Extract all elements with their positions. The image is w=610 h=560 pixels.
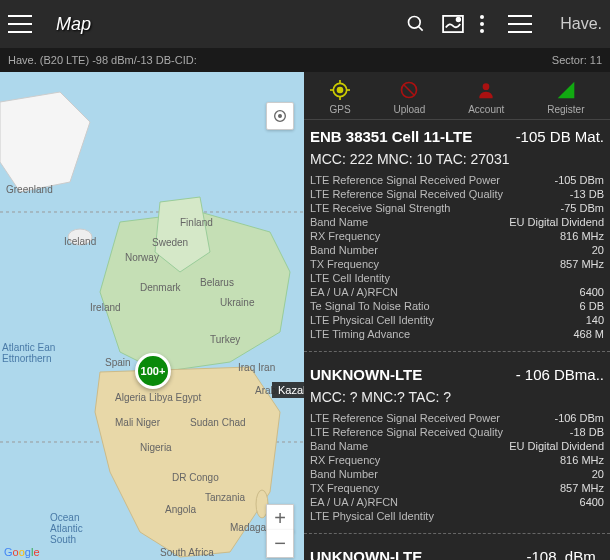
metric-row: Te Signal To Noise Ratio6 DB	[310, 299, 604, 313]
svg-point-7	[68, 229, 92, 245]
metric-value: EU Digital Dividend	[509, 216, 604, 228]
metric-row: LTE Physical Cell Identity	[310, 509, 604, 523]
cell-block: ENB 38351 Cell 11-LTE-105 DB Mat.MCC: 22…	[304, 120, 610, 345]
metric-value: 816 MHz	[560, 230, 604, 242]
metric-key: LTE Cell Identity	[310, 272, 390, 284]
metric-key: EA / UA / A)RFCN	[310, 496, 398, 508]
metric-key: Band Number	[310, 244, 378, 256]
metric-key: LTE Physical Cell Identity	[310, 314, 434, 326]
metric-row: LTE Reference Signal Received Power-106 …	[310, 411, 604, 425]
metric-key: Band Name	[310, 216, 368, 228]
metric-row: Band Number20	[310, 467, 604, 481]
divider	[304, 351, 610, 352]
tab-account[interactable]: Account	[468, 80, 504, 115]
metric-row: LTE Reference Signal Received Quality-13…	[310, 187, 604, 201]
metric-value: 857 MHz	[560, 482, 604, 494]
upload-icon	[399, 80, 419, 100]
metric-value: -13 DB	[570, 188, 604, 200]
metric-row: EA / UA / A)RFCN6400	[310, 285, 604, 299]
right-title: Have.	[560, 15, 602, 33]
cell-title: UNKNOWN-LTE	[310, 366, 422, 383]
metric-value: 816 MHz	[560, 454, 604, 466]
metric-key: TX Frequency	[310, 258, 379, 270]
menu-icon[interactable]	[8, 15, 32, 33]
metric-value: 6 DB	[580, 300, 604, 312]
top-bar: Map Have.	[0, 0, 610, 48]
tab-label: Upload	[394, 104, 426, 115]
cell-subtitle: MCC: 222 MNC: 10 TAC: 27031	[310, 149, 604, 173]
zoom-in-button[interactable]: +	[266, 504, 294, 532]
metric-row: RX Frequency816 MHz	[310, 229, 604, 243]
metric-value: 6400	[580, 286, 604, 298]
metric-key: RX Frequency	[310, 454, 380, 466]
tab-row: GPS Upload Account Register	[304, 72, 610, 120]
cluster-marker[interactable]: 100+	[135, 353, 171, 389]
cell-dbm: -108. dBm..	[526, 548, 604, 560]
metric-row: Band Number20	[310, 243, 604, 257]
metric-value: -106 DBm	[554, 412, 604, 424]
map-view[interactable]: Greenland Iceland Finland Sweden Norway …	[0, 72, 304, 560]
account-icon	[476, 80, 496, 100]
metric-key: LTE Physical Cell Identity	[310, 510, 434, 522]
map-tooltip: Kazakhs	[272, 382, 304, 398]
tab-register[interactable]: Register	[547, 80, 584, 115]
divider	[304, 533, 610, 534]
metric-row: LTE Timing Advance468 M	[310, 327, 604, 341]
metric-key: TX Frequency	[310, 482, 379, 494]
svg-point-3	[457, 18, 461, 22]
svg-point-12	[338, 88, 343, 93]
svg-point-10	[279, 115, 282, 118]
metric-row: LTE Reference Signal Received Quality-18…	[310, 425, 604, 439]
cell-dbm: - 106 DBma..	[516, 366, 604, 383]
info-pane: GPS Upload Account Register ENB 38351 Ce…	[304, 72, 610, 560]
metric-row: LTE Physical Cell Identity140	[310, 313, 604, 327]
metric-key: LTE Reference Signal Received Quality	[310, 188, 503, 200]
tab-label: Account	[468, 104, 504, 115]
cell-block: UNKNOWN-LTE-108. dBm..	[304, 540, 610, 560]
metric-value: 857 MHz	[560, 258, 604, 270]
svg-point-19	[483, 83, 490, 90]
metric-key: LTE Reference Signal Received Power	[310, 174, 500, 186]
metric-key: Band Number	[310, 468, 378, 480]
metric-value: 20	[592, 244, 604, 256]
metric-key: LTE Reference Signal Received Power	[310, 412, 500, 424]
signal-icon	[556, 80, 576, 100]
metric-key: LTE Reference Signal Received Quality	[310, 426, 503, 438]
google-logo: Google	[4, 546, 40, 558]
more-icon[interactable]	[480, 15, 484, 33]
metric-row: RX Frequency816 MHz	[310, 453, 604, 467]
right-menu-icon[interactable]	[508, 15, 532, 33]
metric-value: 140	[586, 314, 604, 326]
metric-row: Band NameEU Digital Dividend	[310, 439, 604, 453]
status-left: Have. (B20 LTE) -98 dBm/-13 DB-CID:	[8, 54, 197, 66]
status-bar: Have. (B20 LTE) -98 dBm/-13 DB-CID: Sect…	[0, 48, 610, 72]
metric-row: EA / UA / A)RFCN6400	[310, 495, 604, 509]
status-right: Sector: 11	[552, 54, 602, 66]
metric-row: TX Frequency857 MHz	[310, 257, 604, 271]
layers-icon[interactable]	[442, 15, 464, 33]
cell-title: UNKNOWN-LTE	[310, 548, 422, 560]
metric-row: LTE Reference Signal Received Power-105 …	[310, 173, 604, 187]
metric-row: LTE Receive Signal Strength-75 DBm	[310, 201, 604, 215]
tab-gps[interactable]: GPS	[329, 80, 350, 115]
metric-row: LTE Cell Identity	[310, 271, 604, 285]
map-svg	[0, 72, 304, 560]
metric-row: TX Frequency857 MHz	[310, 481, 604, 495]
svg-line-18	[404, 85, 414, 95]
tab-upload[interactable]: Upload	[394, 80, 426, 115]
metric-key: EA / UA / A)RFCN	[310, 286, 398, 298]
metric-value: 20	[592, 468, 604, 480]
metric-key: LTE Receive Signal Strength	[310, 202, 450, 214]
app-title: Map	[56, 14, 91, 35]
cell-title: ENB 38351 Cell 11-LTE	[310, 128, 472, 145]
svg-line-1	[419, 27, 423, 31]
search-icon[interactable]	[406, 14, 426, 34]
metric-value: -105 DBm	[554, 174, 604, 186]
metric-row: Band NameEU Digital Dividend	[310, 215, 604, 229]
locate-button[interactable]	[266, 102, 294, 130]
cell-dbm: -105 DB Mat.	[516, 128, 604, 145]
cell-block: UNKNOWN-LTE- 106 DBma..MCC: ? MNC:? TAC:…	[304, 358, 610, 527]
svg-point-0	[409, 17, 421, 29]
zoom-out-button[interactable]: −	[266, 530, 294, 558]
cell-subtitle: MCC: ? MNC:? TAC: ?	[310, 387, 604, 411]
